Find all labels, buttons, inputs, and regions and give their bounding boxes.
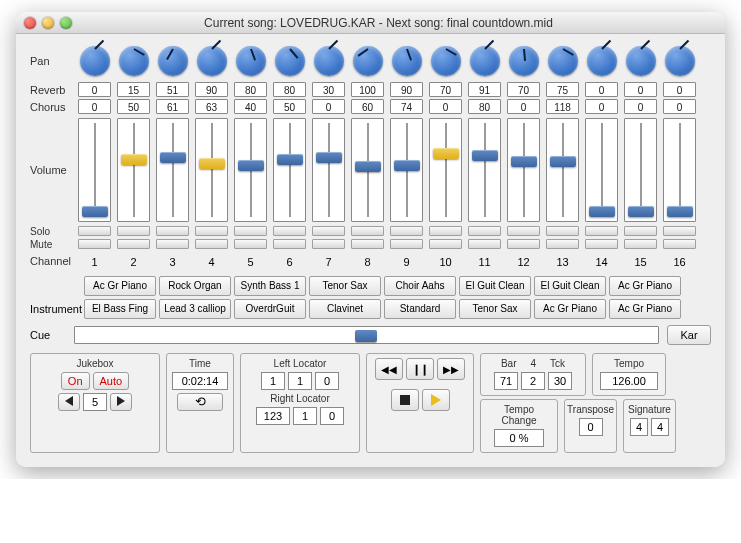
solo-button[interactable] [78,226,111,236]
reverb-value[interactable]: 75 [546,82,579,97]
play-button[interactable] [422,389,450,411]
volume-slider[interactable] [78,118,111,222]
volume-slider[interactable] [663,118,696,222]
reverb-value[interactable]: 90 [195,82,228,97]
jukebox-on-button[interactable]: On [61,372,90,390]
chorus-value[interactable]: 0 [585,99,618,114]
mute-button[interactable] [312,239,345,249]
volume-slider[interactable] [429,118,462,222]
bar-tck-value[interactable]: 71 [494,372,518,390]
instrument-button[interactable]: Ac Gr Piano [84,276,156,296]
chorus-value[interactable]: 63 [195,99,228,114]
pan-knob[interactable] [665,46,695,76]
solo-button[interactable] [117,226,150,236]
instrument-button[interactable]: Ac Gr Piano [609,276,681,296]
solo-button[interactable] [507,226,540,236]
volume-thumb[interactable] [316,152,342,163]
reverb-value[interactable]: 70 [429,82,462,97]
cue-slider[interactable] [74,326,659,344]
left-locator-value[interactable]: 1 [288,372,312,390]
solo-button[interactable] [273,226,306,236]
volume-slider[interactable] [117,118,150,222]
bar-tck-value[interactable]: 30 [548,372,572,390]
mute-button[interactable] [234,239,267,249]
volume-slider[interactable] [468,118,501,222]
volume-slider[interactable] [156,118,189,222]
pan-knob[interactable] [275,46,305,76]
mute-button[interactable] [663,239,696,249]
instrument-button[interactable]: Rock Organ [159,276,231,296]
solo-button[interactable] [663,226,696,236]
solo-button[interactable] [546,226,579,236]
loop-button[interactable] [177,393,223,411]
right-locator-value[interactable]: 123 [256,407,290,425]
volume-slider[interactable] [585,118,618,222]
solo-button[interactable] [624,226,657,236]
volume-slider[interactable] [507,118,540,222]
jukebox-next-button[interactable] [110,393,132,411]
forward-button[interactable] [437,358,465,380]
cue-thumb[interactable] [355,330,377,342]
volume-thumb[interactable] [433,148,459,159]
volume-thumb[interactable] [355,161,381,172]
pan-knob[interactable] [236,46,266,76]
chorus-value[interactable]: 74 [390,99,423,114]
instrument-button[interactable]: Tenor Sax [459,299,531,319]
instrument-button[interactable]: Ac Gr Piano [609,299,681,319]
pan-knob[interactable] [587,46,617,76]
solo-button[interactable] [195,226,228,236]
stop-button[interactable] [391,389,419,411]
transpose-display[interactable]: 0 [579,418,603,436]
instrument-button[interactable]: Lead 3 calliop [159,299,231,319]
solo-button[interactable] [585,226,618,236]
pan-knob[interactable] [548,46,578,76]
reverb-value[interactable]: 51 [156,82,189,97]
mute-button[interactable] [156,239,189,249]
pan-knob[interactable] [119,46,149,76]
pan-knob[interactable] [626,46,656,76]
instrument-button[interactable]: El Guit Clean [534,276,606,296]
volume-slider[interactable] [234,118,267,222]
volume-slider[interactable] [273,118,306,222]
jukebox-auto-button[interactable]: Auto [93,372,130,390]
pan-knob[interactable] [197,46,227,76]
reverb-value[interactable]: 80 [273,82,306,97]
instrument-button[interactable]: El Bass Fing [84,299,156,319]
pan-knob[interactable] [80,46,110,76]
volume-thumb[interactable] [82,206,108,217]
chorus-value[interactable]: 60 [351,99,384,114]
solo-button[interactable] [312,226,345,236]
reverb-value[interactable]: 15 [117,82,150,97]
right-locator-value[interactable]: 0 [320,407,344,425]
right-locator-value[interactable]: 1 [293,407,317,425]
chorus-value[interactable]: 0 [507,99,540,114]
jukebox-prev-button[interactable] [58,393,80,411]
volume-thumb[interactable] [199,158,225,169]
close-icon[interactable] [24,17,36,29]
volume-thumb[interactable] [589,206,615,217]
reverb-value[interactable]: 0 [663,82,696,97]
instrument-button[interactable]: El Guit Clean [459,276,531,296]
reverb-value[interactable]: 90 [390,82,423,97]
tempo-change-display[interactable]: 0 % [494,429,544,447]
chorus-value[interactable]: 40 [234,99,267,114]
reverb-value[interactable]: 0 [624,82,657,97]
reverb-value[interactable]: 0 [78,82,111,97]
signature-b[interactable]: 4 [651,418,669,436]
chorus-value[interactable]: 50 [117,99,150,114]
rewind-button[interactable] [375,358,403,380]
pan-knob[interactable] [314,46,344,76]
kar-button[interactable]: Kar [667,325,711,345]
jukebox-index[interactable]: 5 [83,393,107,411]
volume-thumb[interactable] [238,160,264,171]
reverb-value[interactable]: 80 [234,82,267,97]
chorus-value[interactable]: 0 [624,99,657,114]
mute-button[interactable] [390,239,423,249]
reverb-value[interactable]: 0 [585,82,618,97]
solo-button[interactable] [234,226,267,236]
solo-button[interactable] [468,226,501,236]
chorus-value[interactable]: 0 [663,99,696,114]
instrument-button[interactable]: Clavinet [309,299,381,319]
mute-button[interactable] [624,239,657,249]
mute-button[interactable] [195,239,228,249]
